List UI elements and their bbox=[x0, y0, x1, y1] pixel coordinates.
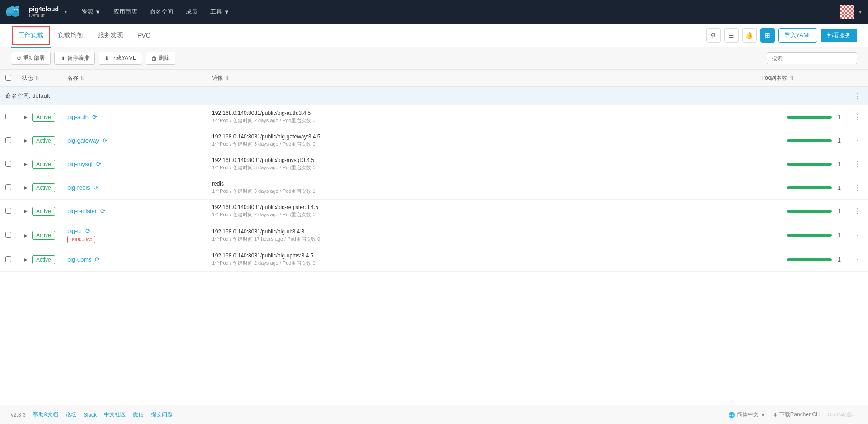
row-actions-btn[interactable]: ⋮ bbox=[852, 206, 863, 217]
deploy-service-btn[interactable]: 部署服务 bbox=[821, 29, 857, 42]
footer-lang-label: 简体中文 bbox=[737, 411, 759, 419]
th-status-label: 状态 bbox=[22, 75, 33, 81]
row-checkbox[interactable] bbox=[5, 208, 11, 214]
grid-view-btn[interactable]: ⊞ bbox=[760, 28, 775, 43]
user-avatar[interactable] bbox=[840, 5, 854, 19]
row-expand-btn[interactable]: ▶ bbox=[22, 256, 29, 263]
footer-lang[interactable]: 🌐 简体中文 ▼ bbox=[728, 411, 766, 419]
row-image-cell: 192.168.0.140:8081/public/pig-ui:3.4.3 1… bbox=[207, 223, 756, 248]
row-actions-btn[interactable]: ⋮ bbox=[852, 182, 863, 193]
settings-icon-btn[interactable]: ⚙ bbox=[706, 28, 721, 43]
footer: v2.3.3 帮助&文档 论坛 Slack 中文社区 微信 提交问题 🌐 简体中… bbox=[0, 405, 868, 424]
row-checkbox[interactable] bbox=[5, 161, 11, 167]
service-name-link[interactable]: pig-gateway bbox=[67, 137, 99, 144]
list-view-btn[interactable]: ☰ bbox=[724, 28, 739, 43]
subtabs-actions: ⚙ ☰ 🔔 ⊞ 导入YAML 部署服务 bbox=[706, 28, 857, 43]
sync-icon[interactable]: ⟳ bbox=[103, 137, 108, 144]
th-name[interactable]: 名称 ⇅ bbox=[62, 70, 207, 87]
sync-icon[interactable]: ⟳ bbox=[100, 208, 105, 214]
import-yaml-btn[interactable]: 导入YAML bbox=[778, 28, 817, 43]
nav-item-namespace[interactable]: 命名空间 bbox=[143, 0, 179, 24]
image-meta: 1个Pod / 创建时间 2 days ago / Pod重启次数 0 bbox=[212, 117, 750, 124]
sync-icon[interactable]: ⟳ bbox=[94, 184, 99, 191]
table-row: ▶ Active pig-gateway ⟳ 192.168.0.140:808… bbox=[0, 129, 868, 152]
row-actions-btn[interactable]: ⋮ bbox=[852, 159, 863, 170]
row-expand-btn[interactable]: ▶ bbox=[22, 184, 29, 191]
row-pods-cell: 1 bbox=[756, 129, 846, 152]
replica-count: 1 bbox=[835, 257, 841, 263]
row-actions-btn[interactable]: ⋮ bbox=[852, 112, 863, 123]
row-actions-btn[interactable]: ⋮ bbox=[852, 230, 863, 241]
row-actions-btn[interactable]: ⋮ bbox=[852, 254, 863, 265]
footer-download[interactable]: ⬇ 下载Rancher CLI bbox=[773, 411, 821, 419]
row-checkbox[interactable] bbox=[5, 137, 11, 143]
th-pods[interactable]: Pod副本数 ⇅ bbox=[756, 70, 846, 87]
service-name-link[interactable]: pig-redis bbox=[67, 184, 90, 191]
row-checkbox[interactable] bbox=[5, 184, 11, 190]
tab-pvc-label: PVC bbox=[137, 32, 151, 39]
service-name-link[interactable]: pig-upms bbox=[67, 256, 91, 263]
row-expand-btn[interactable]: ▶ bbox=[22, 137, 29, 144]
redeploy-btn[interactable]: ↺ 重新部署 bbox=[11, 52, 51, 65]
row-actions-btn[interactable]: ⋮ bbox=[852, 135, 863, 146]
sync-icon[interactable]: ⟳ bbox=[92, 114, 97, 120]
svg-point-7 bbox=[14, 9, 15, 10]
row-status-cell: ▶ Active bbox=[17, 105, 62, 129]
table-row: ▶ Active pig-mysql ⟳ 192.168.0.140:8081/… bbox=[0, 152, 868, 176]
select-all-checkbox[interactable] bbox=[5, 75, 11, 81]
pause-btn[interactable]: ⏸ 暂停编排 bbox=[54, 52, 95, 65]
notification-btn[interactable]: 🔔 bbox=[742, 28, 757, 43]
footer-link-wechat[interactable]: 微信 bbox=[133, 411, 144, 419]
row-expand-btn[interactable]: ▶ bbox=[22, 232, 29, 239]
image-info: 192.168.0.140:8081/public/pig-ui:3.4.3 bbox=[212, 229, 750, 235]
row-expand-btn[interactable]: ▶ bbox=[22, 208, 29, 215]
namespace-menu-btn[interactable]: ⋮ bbox=[852, 91, 863, 101]
pause-icon: ⏸ bbox=[60, 55, 66, 62]
service-name-link[interactable]: pig-register bbox=[67, 208, 97, 214]
search-input[interactable] bbox=[767, 52, 857, 64]
replica-bar bbox=[787, 186, 832, 189]
row-expand-btn[interactable]: ▶ bbox=[22, 161, 29, 168]
row-checkbox[interactable] bbox=[5, 256, 11, 262]
avatar-chevron-icon[interactable]: ▼ bbox=[858, 10, 863, 14]
footer-link-slack[interactable]: Slack bbox=[84, 412, 97, 418]
row-expand-btn[interactable]: ▶ bbox=[22, 114, 29, 121]
th-status[interactable]: 状态 ⇅ bbox=[17, 70, 62, 87]
image-meta: 1个Pod / 创建时间 3 days ago / Pod重启次数 1 bbox=[212, 188, 750, 195]
port-tag[interactable]: 30000/tcp bbox=[67, 236, 95, 243]
pods-sort-icon: ⇅ bbox=[790, 76, 793, 81]
row-name-cell: pig-redis ⟳ bbox=[62, 176, 207, 200]
service-name-link[interactable]: pig-ui bbox=[67, 228, 82, 234]
replica-bar bbox=[787, 163, 832, 166]
footer-link-help[interactable]: 帮助&文档 bbox=[33, 411, 58, 419]
footer-link-forum[interactable]: 论坛 bbox=[66, 411, 76, 419]
replica-count: 1 bbox=[835, 185, 841, 191]
row-actions-cell: ⋮ bbox=[846, 223, 868, 248]
brand-logo[interactable]: pig4cloud Default ▼ bbox=[5, 4, 68, 20]
tab-workload[interactable]: 工作负载 bbox=[11, 24, 51, 48]
service-name-link[interactable]: pig-auth bbox=[67, 114, 89, 120]
tab-pvc[interactable]: PVC bbox=[130, 24, 158, 48]
delete-btn[interactable]: 🗑 删除 bbox=[146, 52, 175, 65]
tab-loadbalance[interactable]: 负载均衡 bbox=[51, 24, 90, 48]
nav-item-resources[interactable]: 资源 ▼ bbox=[75, 0, 107, 24]
replica-bar bbox=[787, 234, 832, 237]
footer-left: v2.3.3 帮助&文档 论坛 Slack 中文社区 微信 提交问题 bbox=[11, 411, 173, 419]
sync-icon[interactable]: ⟳ bbox=[85, 228, 90, 234]
th-image[interactable]: 镜像 ⇅ bbox=[207, 70, 756, 87]
row-checkbox[interactable] bbox=[5, 114, 11, 119]
brand-chevron-icon[interactable]: ▼ bbox=[63, 10, 68, 14]
footer-link-community[interactable]: 中文社区 bbox=[104, 411, 126, 419]
download-yaml-btn[interactable]: ⬇ 下载YAML bbox=[99, 52, 142, 65]
sync-icon[interactable]: ⟳ bbox=[95, 256, 100, 263]
service-name-link[interactable]: pig-mysql bbox=[67, 161, 93, 167]
nav-item-members[interactable]: 成员 bbox=[179, 0, 204, 24]
nav-item-appstore[interactable]: 应用商店 bbox=[107, 0, 143, 24]
tab-service-discovery[interactable]: 服务发现 bbox=[90, 24, 130, 48]
nav-item-tools[interactable]: 工具 ▼ bbox=[204, 0, 236, 24]
sync-icon[interactable]: ⟳ bbox=[96, 161, 101, 167]
image-meta: 1个Pod / 创建时间 3 days ago / Pod重启次数 0 bbox=[212, 164, 750, 171]
image-info: 192.168.0.140:8081/public/pig-gateway:3.… bbox=[212, 133, 750, 140]
row-checkbox[interactable] bbox=[5, 232, 11, 238]
footer-link-issues[interactable]: 提交问题 bbox=[151, 411, 173, 419]
